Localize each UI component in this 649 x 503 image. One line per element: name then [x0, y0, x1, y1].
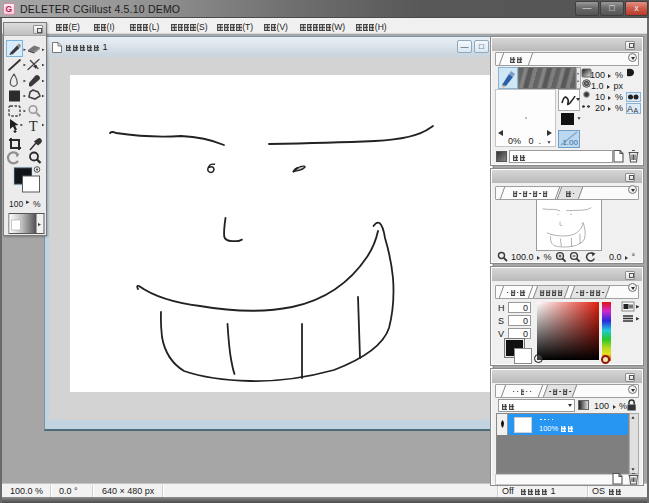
svg-text:A: A: [627, 104, 633, 114]
svg-text:100: 100: [9, 199, 23, 209]
svg-text:T: T: [29, 119, 38, 134]
svg-text:A: A: [634, 107, 639, 114]
svg-text:%: %: [33, 199, 41, 209]
